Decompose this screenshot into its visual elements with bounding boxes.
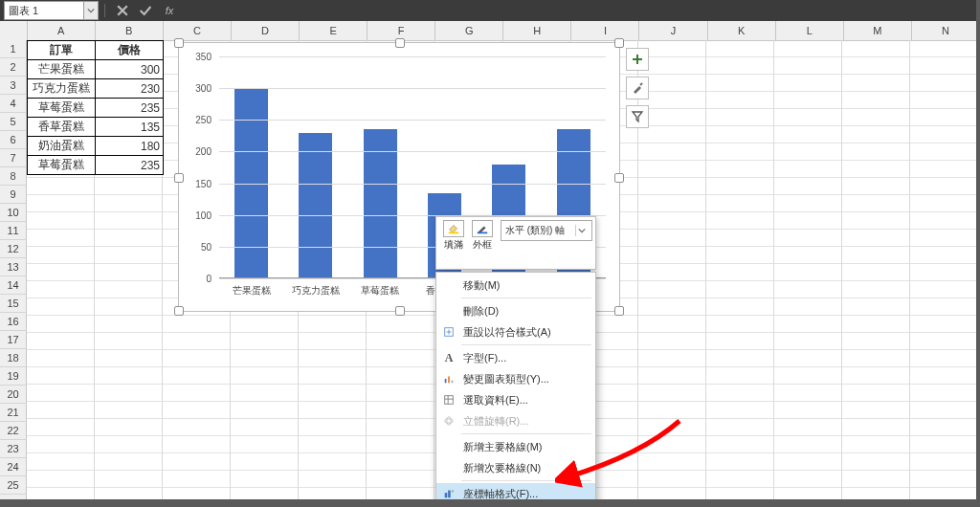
cell-name[interactable]: 香草蛋糕 <box>28 118 96 137</box>
row-header[interactable]: 7 <box>0 149 27 167</box>
x-tick-label[interactable]: 巧克力蛋糕 <box>292 284 340 298</box>
resize-handle[interactable] <box>174 306 184 316</box>
row-header[interactable]: 5 <box>0 113 27 131</box>
row-header[interactable]: 6 <box>0 131 27 149</box>
resize-handle[interactable] <box>395 306 405 316</box>
cancel-formula-button[interactable] <box>115 3 130 18</box>
context-menu[interactable]: 移動(M)刪除(D)重設以符合樣式(A)A字型(F)...變更圖表類型(Y)..… <box>435 272 596 507</box>
column-header[interactable]: K <box>708 21 776 40</box>
chart-elements-button[interactable] <box>626 48 649 71</box>
row-header[interactable]: 8 <box>0 167 27 186</box>
row-header[interactable]: 15 <box>0 295 27 313</box>
column-header[interactable]: I <box>571 21 639 40</box>
row-header[interactable]: 9 <box>0 186 27 204</box>
column-header[interactable]: D <box>232 21 300 40</box>
name-box-dropdown[interactable] <box>84 1 99 20</box>
table-row: 草莓蛋糕235 <box>28 99 164 118</box>
mini-outline[interactable]: 外框 <box>472 220 493 252</box>
insert-function-button[interactable]: fx <box>161 3 176 18</box>
chart-styles-button[interactable] <box>626 77 649 99</box>
cell-name[interactable]: 芒果蛋糕 <box>28 60 96 79</box>
row-header[interactable]: 4 <box>0 95 27 113</box>
column-header[interactable]: M <box>844 21 912 40</box>
y-tick-label: 300 <box>195 83 212 94</box>
row-header[interactable]: 2 <box>0 58 27 77</box>
right-strip <box>976 0 980 507</box>
menu-item-add-major-grid[interactable]: 新增主要格線(M) <box>436 436 595 457</box>
cell-price[interactable]: 180 <box>96 137 164 156</box>
menu-item-move[interactable]: 移動(M) <box>436 275 595 296</box>
column-header[interactable]: N <box>912 21 980 40</box>
cell-price[interactable]: 235 <box>96 99 164 118</box>
row-header[interactable]: 1 <box>0 40 27 58</box>
row-header[interactable]: 24 <box>0 458 27 476</box>
resize-handle[interactable] <box>614 38 624 48</box>
cell-price[interactable]: 235 <box>96 156 164 175</box>
row-header[interactable]: 17 <box>0 331 27 349</box>
svg-rect-3 <box>445 379 447 383</box>
column-header[interactable]: F <box>368 21 435 40</box>
row-header[interactable]: 23 <box>0 440 27 458</box>
row-header[interactable]: 14 <box>0 276 27 295</box>
row-header[interactable]: 20 <box>0 386 27 404</box>
cell-name[interactable]: 草莓蛋糕 <box>28 156 96 175</box>
data-table[interactable]: 訂單價格 芒果蛋糕300 巧克力蛋糕230 草莓蛋糕235 香草蛋糕135 奶油… <box>27 40 164 175</box>
row-header[interactable]: 19 <box>0 367 27 386</box>
row-header[interactable]: 13 <box>0 258 27 276</box>
outline-swatch[interactable] <box>472 220 493 237</box>
column-header[interactable]: A <box>28 21 96 40</box>
table-row: 香草蛋糕135 <box>28 118 164 137</box>
rotate3d-icon <box>442 414 456 428</box>
menu-item-add-minor-grid[interactable]: 新增次要格線(N) <box>436 457 595 478</box>
enter-formula-button[interactable] <box>138 3 153 18</box>
cell-price[interactable]: 230 <box>96 79 164 99</box>
x-tick-label[interactable]: 草莓蛋糕 <box>361 284 399 298</box>
cell-name[interactable]: 奶油蛋糕 <box>28 137 96 156</box>
row-header[interactable]: 3 <box>0 77 27 95</box>
column-header[interactable]: C <box>164 21 232 40</box>
menu-separator <box>461 433 591 434</box>
gridline <box>219 56 606 57</box>
column-header[interactable]: H <box>503 21 571 40</box>
bar[interactable] <box>299 133 332 278</box>
mini-toolbar[interactable]: 填滿 外框 水平 (類別) 軸 <box>435 216 596 270</box>
menu-item-select-data[interactable]: 選取資料(E)... <box>436 389 595 410</box>
font-icon: A <box>442 351 456 364</box>
table-row: 草莓蛋糕235 <box>28 156 164 175</box>
name-box[interactable]: 圖表 1 <box>4 1 84 20</box>
menu-item-font[interactable]: A字型(F)... <box>436 347 595 368</box>
resize-handle[interactable] <box>614 173 624 183</box>
column-header[interactable]: G <box>435 21 503 40</box>
x-tick-label[interactable]: 芒果蛋糕 <box>233 284 271 298</box>
cell-name[interactable]: 草莓蛋糕 <box>28 99 96 118</box>
row-header[interactable]: 12 <box>0 240 27 258</box>
cell-price[interactable]: 135 <box>96 118 164 137</box>
formula-bar-input[interactable] <box>180 2 976 19</box>
x-icon <box>115 3 130 18</box>
column-header[interactable]: B <box>96 21 164 40</box>
resize-handle[interactable] <box>614 306 624 316</box>
column-header[interactable]: J <box>639 21 707 40</box>
row-header[interactable]: 25 <box>0 476 27 495</box>
row-header[interactable]: 16 <box>0 313 27 331</box>
row-header[interactable]: 18 <box>0 349 27 367</box>
row-header[interactable]: 10 <box>0 204 27 222</box>
cell-price[interactable]: 300 <box>96 60 164 79</box>
row-header[interactable]: 11 <box>0 222 27 240</box>
fill-swatch[interactable] <box>443 220 464 237</box>
chart-filters-button[interactable] <box>626 105 649 128</box>
menu-item-change-type[interactable]: 變更圖表類型(Y)... <box>436 368 595 389</box>
menu-item-reset[interactable]: 重設以符合樣式(A) <box>436 321 595 342</box>
menu-item-delete[interactable]: 刪除(D) <box>436 300 595 321</box>
row-header[interactable]: 22 <box>0 422 27 440</box>
select-all-corner[interactable] <box>0 21 28 40</box>
column-header[interactable]: E <box>300 21 368 40</box>
column-header[interactable]: L <box>776 21 844 40</box>
resize-handle[interactable] <box>174 38 184 48</box>
menu-separator <box>461 480 591 481</box>
cell-name[interactable]: 巧克力蛋糕 <box>28 79 96 99</box>
mini-fill[interactable]: 填滿 <box>443 220 464 252</box>
row-header[interactable]: 21 <box>0 404 27 422</box>
mini-element-selector[interactable]: 水平 (類別) 軸 <box>501 220 592 241</box>
resize-handle[interactable] <box>395 38 405 48</box>
